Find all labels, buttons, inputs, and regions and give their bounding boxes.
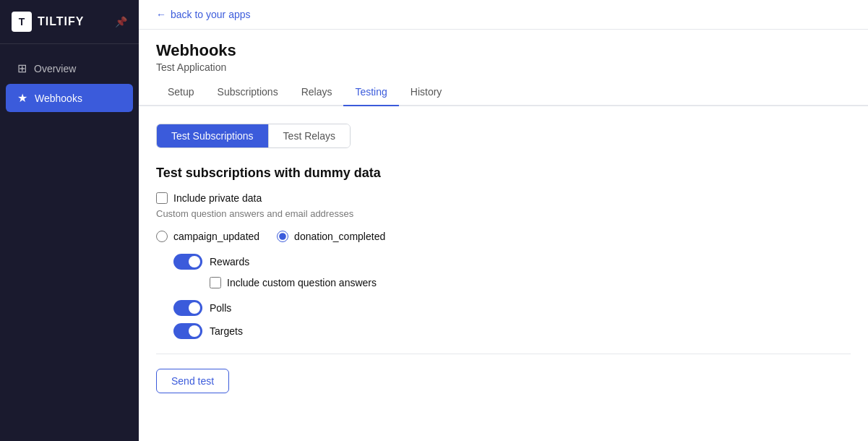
include-private-data-checkbox[interactable] — [156, 192, 168, 204]
brand-name: TILTIFY — [38, 15, 84, 28]
toggle-rewards[interactable] — [173, 254, 202, 270]
sidebar-logo: T TILTIFY 📌 — [0, 0, 139, 44]
toggle-targets-label: Targets — [210, 325, 243, 337]
send-test-button[interactable]: Send test — [156, 369, 229, 393]
toggle-group: Rewards Include custom question answers … — [173, 254, 851, 339]
radio-group: campaign_updated donation_completed — [156, 231, 851, 242]
toggle-rewards-label: Rewards — [210, 256, 249, 267]
include-custom-answers-checkbox[interactable] — [210, 277, 221, 288]
radio-campaign-updated-label[interactable]: campaign_updated — [173, 231, 259, 242]
tab-testing[interactable]: Testing — [343, 79, 398, 106]
logo-icon: T — [12, 12, 32, 32]
toggle-polls-slider — [173, 300, 202, 316]
helper-text: Custom question answers and email addres… — [156, 208, 851, 219]
sub-tabs: Test Subscriptions Test Relays — [156, 124, 351, 148]
page-subtitle: Test Application — [156, 61, 851, 73]
main-content: ← back to your apps Webhooks Test Applic… — [139, 0, 868, 441]
top-bar: ← back to your apps — [139, 0, 868, 30]
radio-campaign-updated-input[interactable] — [156, 231, 168, 242]
tab-setup[interactable]: Setup — [156, 79, 206, 106]
tab-subscriptions[interactable]: Subscriptions — [206, 79, 290, 106]
content-area: Test Subscriptions Test Relays Test subs… — [139, 106, 868, 441]
radio-donation-completed: donation_completed — [277, 231, 385, 242]
tab-relays[interactable]: Relays — [290, 79, 344, 106]
toggle-targets-slider — [173, 323, 202, 339]
sidebar-item-webhooks-label: Webhooks — [35, 93, 82, 104]
include-private-data-label[interactable]: Include private data — [173, 192, 262, 204]
back-link-text: back to your apps — [171, 9, 251, 20]
toggle-polls-label: Polls — [210, 302, 231, 314]
sub-tab-test-subscriptions[interactable]: Test Subscriptions — [157, 124, 268, 147]
back-arrow-icon: ← — [156, 9, 166, 20]
page-header: Webhooks Test Application — [139, 30, 868, 73]
tabs: Setup Subscriptions Relays Testing Histo… — [139, 79, 868, 106]
sidebar: T TILTIFY 📌 ⊞ Overview ★ Webhooks — [0, 0, 139, 441]
overview-icon: ⊞ — [17, 61, 27, 75]
sidebar-nav: ⊞ Overview ★ Webhooks — [0, 44, 139, 122]
sub-tab-test-relays[interactable]: Test Relays — [268, 124, 350, 147]
toggle-polls-row: Polls — [173, 300, 851, 316]
toggle-rewards-row: Rewards — [173, 254, 851, 270]
toggle-rewards-slider — [173, 254, 202, 270]
toggle-polls[interactable] — [173, 300, 202, 316]
sidebar-item-overview-label: Overview — [34, 63, 76, 74]
radio-campaign-updated: campaign_updated — [156, 231, 259, 242]
include-private-data-row: Include private data — [156, 192, 851, 204]
include-custom-answers-row: Include custom question answers — [210, 277, 851, 288]
page-title: Webhooks — [156, 41, 851, 60]
section-title: Test subscriptions with dummy data — [156, 166, 851, 181]
include-custom-answers-label[interactable]: Include custom question answers — [227, 277, 377, 288]
divider — [156, 354, 851, 354]
tab-history[interactable]: History — [399, 79, 454, 106]
radio-donation-completed-input[interactable] — [277, 231, 288, 242]
pin-icon: 📌 — [115, 16, 127, 27]
back-link[interactable]: ← back to your apps — [156, 9, 851, 20]
toggle-targets[interactable] — [173, 323, 202, 339]
radio-donation-completed-label[interactable]: donation_completed — [294, 231, 385, 242]
sidebar-item-webhooks[interactable]: ★ Webhooks — [6, 84, 133, 112]
sidebar-item-overview[interactable]: ⊞ Overview — [6, 54, 133, 82]
webhooks-icon: ★ — [17, 91, 27, 105]
toggle-targets-row: Targets — [173, 323, 851, 339]
